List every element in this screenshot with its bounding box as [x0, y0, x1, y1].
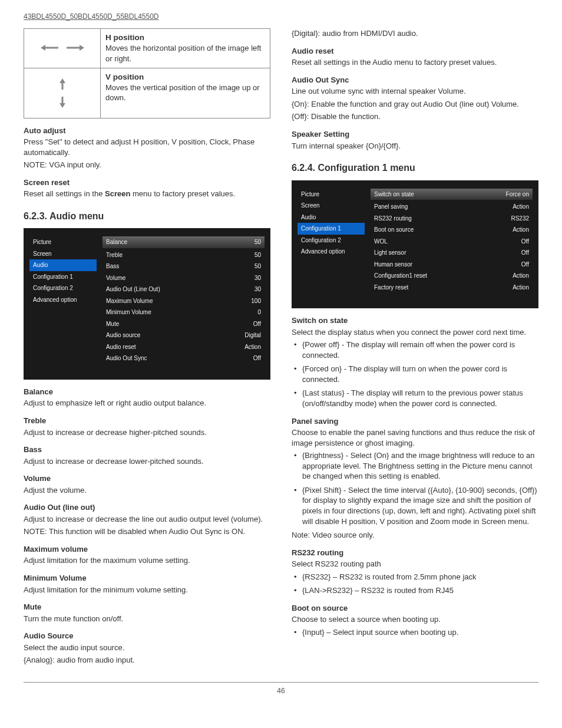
- osd-row: Configuration1 resetAction: [371, 270, 533, 282]
- list-item: {LAN->RS232} – RS232 is routed from RJ45: [302, 585, 538, 596]
- osd-row: MuteOff: [103, 318, 265, 330]
- page-header: 43BDL4550D_50BDL4550D_55BDL4550D: [24, 12, 538, 21]
- definition-desc: Turn the mute function on/off.: [24, 614, 270, 624]
- osd-row: WOLOff: [371, 236, 533, 248]
- rs232-routing-list: {RS232} – RS232 is routed from 2.5mm pho…: [292, 572, 538, 596]
- position-table: H position Moves the horizontal position…: [24, 28, 270, 118]
- osd-row: Panel savingAction: [371, 201, 533, 213]
- definition-heading: Audio Out Sync: [292, 75, 538, 85]
- auto-adjust-desc: Press "Set" to detect and adjust H posit…: [24, 137, 270, 157]
- osd-row: Boot on sourceAction: [371, 224, 533, 236]
- config1-menu-heading: 6.2.4. Configuration 1 menu: [292, 162, 538, 174]
- switch-on-state-list: {Power off} - The display will remain of…: [292, 340, 538, 409]
- osd-nav: PictureScreenAudioConfiguration 1Configu…: [29, 236, 100, 364]
- osd-row: Audio sourceDigital: [103, 330, 265, 341]
- v-arrows-icon: [51, 75, 74, 111]
- switch-on-state-heading: Switch on state: [292, 315, 538, 326]
- osd-row: Factory resetAction: [371, 282, 533, 294]
- osd-nav-item: Screen: [29, 248, 97, 260]
- panel-saving-list: {Brightness} - Select {On} and the image…: [292, 450, 538, 526]
- panel-saving-heading: Panel saving: [292, 416, 538, 427]
- list-item: {Forced on} - The display will turn on w…: [302, 364, 538, 384]
- osd-nav-item: Advanced option: [297, 246, 365, 258]
- digital-audio-text: {Digital}: audio from HDMI/DVI audio.: [292, 28, 538, 39]
- definition-heading: Minimum Volume: [24, 573, 270, 584]
- definition-heading: Maximum volume: [24, 544, 270, 555]
- definition-desc: Select the audio input source.: [24, 643, 270, 653]
- definition-desc: Adjust to increase or decrease higher-pi…: [24, 427, 270, 438]
- osd-nav-item: Configuration 1: [29, 271, 97, 283]
- screen-reset-heading: Screen reset: [24, 177, 270, 188]
- config1-osd-screenshot: PictureScreenAudioConfiguration 1Configu…: [292, 180, 538, 309]
- list-item: {Last status} - The display will return …: [302, 388, 538, 409]
- definition-desc: Adjust limitation for the minimum volume…: [24, 585, 270, 595]
- osd-row: Minimum Volume0: [103, 307, 265, 318]
- list-item: {Power off} - The display will remain of…: [302, 340, 538, 360]
- screen-reset-desc: Reset all settings in the Screen menu to…: [24, 189, 270, 199]
- v-position-icon-cell: [24, 68, 101, 118]
- definition-desc: Adjust limitation for the maximum volume…: [24, 555, 270, 566]
- definition-desc: Line out volume sync with internal speak…: [292, 86, 538, 97]
- osd-row: Bass50: [103, 261, 265, 272]
- definition-heading: Audio Out (line out): [24, 502, 270, 513]
- osd-row: Human sensorOff: [371, 259, 533, 271]
- definition-desc: Adjust to increase or decrease lower-pit…: [24, 456, 270, 467]
- definition-heading: Volume: [24, 473, 270, 484]
- audio-menu-heading: 6.2.3. Audio menu: [24, 210, 270, 223]
- osd-row: Maximum Volume100: [103, 295, 265, 307]
- list-item: {RS232} – RS232 is routed from 2.5mm pho…: [302, 572, 538, 582]
- switch-on-state-desc: Select the display status when you conne…: [292, 327, 538, 338]
- osd-nav-item: Advanced option: [29, 294, 97, 306]
- osd-nav-item: Audio: [29, 259, 97, 271]
- osd-nav-item: Configuration 2: [297, 235, 365, 246]
- osd-row: RS232 routingRS232: [371, 213, 533, 225]
- osd-row: Audio Out (Line Out)30: [103, 284, 265, 295]
- definition-desc: Adjust to emphasize left or right audio …: [24, 398, 270, 409]
- v-position-desc: Moves the vertical position of the image…: [105, 83, 265, 103]
- osd-row: Switch on stateForce on: [371, 189, 533, 200]
- rs232-routing-desc: Select RS232 routing path: [292, 559, 538, 569]
- svg-marker-7: [59, 103, 65, 108]
- h-position-title: H position: [105, 32, 265, 43]
- definition-heading: Balance: [24, 387, 270, 397]
- panel-saving-desc: Choose to enable the panel saving functi…: [292, 427, 538, 448]
- osd-nav-item: Screen: [297, 200, 365, 212]
- definition-heading: Bass: [24, 444, 270, 455]
- list-item: {Pixel Shift} - Select the time interval…: [302, 485, 538, 526]
- osd-row: Audio resetAction: [103, 341, 265, 353]
- osd-main: Balance50Treble50Bass50Volume30Audio Out…: [100, 236, 265, 364]
- definition-heading: Speaker Setting: [292, 129, 538, 140]
- definition-desc: {Off}: Disable the function.: [292, 111, 538, 122]
- auto-adjust-heading: Auto adjust: [24, 126, 270, 136]
- osd-nav-item: Configuration 2: [29, 282, 97, 294]
- osd-row: Audio Out SyncOff: [103, 353, 265, 364]
- boot-on-source-heading: Boot on source: [292, 603, 538, 614]
- rs232-routing-heading: RS232 routing: [292, 548, 538, 558]
- definition-heading: Audio reset: [292, 46, 538, 57]
- osd-main: Switch on stateForce onPanel savingActio…: [368, 189, 533, 294]
- h-position-icon-cell: [24, 29, 101, 68]
- v-position-title: V position: [105, 72, 265, 83]
- panel-saving-note: Note: Video source only.: [292, 530, 538, 541]
- svg-marker-3: [80, 45, 84, 51]
- definition-heading: Treble: [24, 416, 270, 426]
- auto-adjust-note: NOTE: VGA input only.: [24, 160, 270, 170]
- list-item: {Input} – Select input source when booti…: [302, 627, 538, 638]
- osd-nav-item: Picture: [29, 236, 97, 248]
- audio-osd-screenshot: PictureScreenAudioConfiguration 1Configu…: [24, 228, 270, 380]
- definition-desc: NOTE: This function will be disabled whe…: [24, 526, 270, 537]
- definition-heading: Mute: [24, 602, 270, 612]
- h-position-desc: Moves the horizontal position of the ima…: [105, 43, 265, 64]
- definition-desc: Adjust the volume.: [24, 485, 270, 496]
- osd-nav: PictureScreenAudioConfiguration 1Configu…: [297, 189, 368, 294]
- osd-nav-item: Picture: [297, 189, 365, 200]
- list-item: {Brightness} - Select {On} and the image…: [302, 450, 538, 482]
- boot-on-source-list: {Input} – Select input source when booti…: [292, 627, 538, 638]
- definition-desc: {Analog}: audio from audio input.: [24, 655, 270, 666]
- osd-row: Treble50: [103, 249, 265, 261]
- osd-row: Volume30: [103, 272, 265, 284]
- right-column: {Digital}: audio from HDMI/DVI audio. Au…: [292, 28, 538, 668]
- osd-row: Light sensorOff: [371, 247, 533, 259]
- svg-marker-1: [41, 45, 45, 51]
- svg-marker-5: [59, 78, 65, 83]
